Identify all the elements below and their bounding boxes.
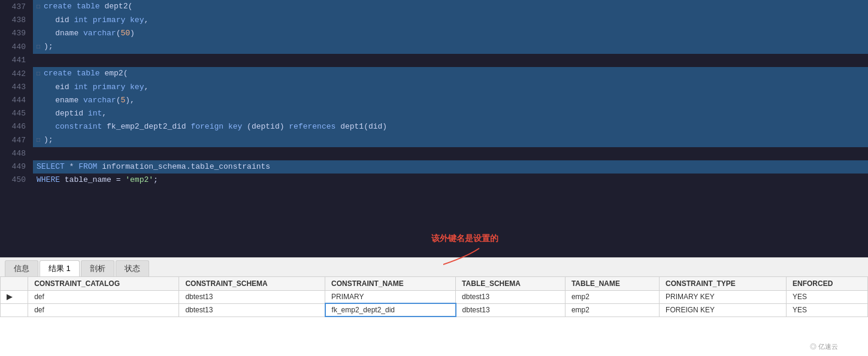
- tab-剖析[interactable]: 剖析: [81, 260, 114, 276]
- code-line: 445 deptid int,: [0, 107, 868, 120]
- table-cell: dbtest13: [179, 291, 325, 304]
- table-cell: dbtest13: [456, 303, 565, 317]
- column-header: CONSTRAINT_NAME: [325, 277, 456, 291]
- code-line: 438 did int primary key,: [0, 14, 868, 27]
- column-header: TABLE_NAME: [565, 277, 659, 291]
- line-number: 446: [0, 120, 33, 133]
- tab-状态[interactable]: 状态: [116, 260, 149, 276]
- bottom-tabs: 信息结果 1剖析状态: [0, 257, 868, 276]
- line-content: deptid int,: [33, 107, 868, 120]
- code-editor[interactable]: 437□ create table dept2(438 did int prim…: [0, 0, 868, 257]
- table-cell: YES: [786, 303, 867, 317]
- line-number: 440: [0, 40, 33, 54]
- row-indicator: ▶: [1, 291, 28, 304]
- table-cell: fk_emp2_dept2_did: [325, 303, 456, 317]
- table-cell: FOREIGN KEY: [660, 303, 787, 317]
- line-content: eid int primary key,: [33, 81, 868, 94]
- line-content: □ );: [33, 133, 868, 147]
- line-content: ename varchar(5),: [33, 94, 868, 107]
- code-line: 439 dname varchar(50): [0, 27, 868, 40]
- code-line: 437□ create table dept2(: [0, 0, 868, 14]
- line-content: constraint fk_emp2_dept2_did foreign key…: [33, 120, 868, 133]
- code-line: 444 ename varchar(5),: [0, 94, 868, 107]
- code-line: 440□ );: [0, 40, 868, 54]
- table-cell: emp2: [565, 291, 659, 304]
- line-content: □ create table dept2(: [33, 0, 868, 14]
- code-line: 443 eid int primary key,: [0, 81, 868, 94]
- table-cell: dbtest13: [456, 291, 565, 304]
- line-number: 443: [0, 81, 33, 94]
- line-number: 448: [0, 147, 33, 160]
- code-line: 448: [0, 147, 868, 160]
- column-header: CONSTRAINT_SCHEMA: [179, 277, 325, 291]
- column-header: ENFORCED: [786, 277, 867, 291]
- line-number: 444: [0, 94, 33, 107]
- table-row: ▶defdbtest13PRIMARYdbtest13emp2PRIMARY K…: [1, 291, 868, 304]
- code-line: 447□ );: [0, 133, 868, 147]
- line-content: did int primary key,: [33, 14, 868, 27]
- line-content: SELECT * FROM information_schema.table_c…: [33, 160, 868, 174]
- column-header: CONSTRAINT_TYPE: [660, 277, 787, 291]
- line-content: WHERE table_name = 'emp2';: [33, 174, 868, 187]
- code-line: 449SELECT * FROM information_schema.tabl…: [0, 160, 868, 174]
- line-number: 438: [0, 14, 33, 27]
- column-header: CONSTRAINT_CATALOG: [28, 277, 179, 291]
- table-cell: def: [28, 291, 179, 304]
- line-content: [33, 147, 868, 160]
- line-number: 449: [0, 160, 33, 174]
- table-cell: dbtest13: [179, 303, 325, 317]
- line-number: 441: [0, 54, 33, 67]
- watermark: ◎ 亿速云: [810, 342, 838, 351]
- code-line: 446 constraint fk_emp2_dept2_did foreign…: [0, 120, 868, 133]
- row-indicator: [1, 303, 28, 317]
- column-header: [1, 277, 28, 291]
- results-table: CONSTRAINT_CATALOGCONSTRAINT_SCHEMACONST…: [0, 276, 868, 317]
- table-cell: emp2: [565, 303, 659, 317]
- code-line: 442□ create table emp2(: [0, 67, 868, 81]
- line-content: □ );: [33, 40, 868, 54]
- line-number: 439: [0, 27, 33, 40]
- tab-信息[interactable]: 信息: [5, 260, 38, 276]
- line-number: 450: [0, 174, 33, 187]
- results-area[interactable]: CONSTRAINT_CATALOGCONSTRAINT_SCHEMACONST…: [0, 276, 868, 356]
- table-cell: def: [28, 303, 179, 317]
- line-content: [33, 54, 868, 67]
- line-number: 445: [0, 107, 33, 120]
- table-cell: PRIMARY KEY: [660, 291, 787, 304]
- line-number: 447: [0, 133, 33, 147]
- line-number: 437: [0, 0, 33, 14]
- code-line: 450WHERE table_name = 'emp2';: [0, 174, 868, 187]
- table-row: defdbtest13fk_emp2_dept2_diddbtest13emp2…: [1, 303, 868, 317]
- line-content: □ create table emp2(: [33, 67, 868, 81]
- column-header: TABLE_SCHEMA: [456, 277, 565, 291]
- line-content: dname varchar(50): [33, 27, 868, 40]
- code-line: 441: [0, 54, 868, 67]
- table-cell: PRIMARY: [325, 291, 456, 304]
- line-number: 442: [0, 67, 33, 81]
- table-cell: YES: [786, 291, 867, 304]
- tab-结果 1[interactable]: 结果 1: [40, 260, 80, 276]
